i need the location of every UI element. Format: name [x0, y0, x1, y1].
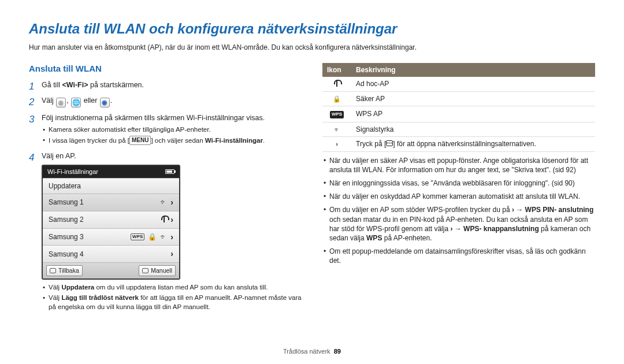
wifi-settings-panel: Wi-Fi-inställningar Uppdatera Samsung 1 … — [42, 165, 180, 280]
wifi-manual-button[interactable]: Manuell — [139, 265, 176, 276]
table-row: 🔒 Säker AP — [322, 91, 595, 106]
target-icon: ◎ — [56, 98, 66, 107]
table-row: › Tryck på [] för att öppna nätverksinst… — [322, 137, 595, 151]
step-text: Gå till — [42, 81, 62, 89]
battery-icon — [165, 169, 174, 174]
step-3-sublist: Kamera söker automatiskt efter tillgängl… — [42, 125, 302, 146]
back-btn-icon — [50, 268, 56, 273]
tip-item: Välj Lägg till trådlöst nätverk för att … — [42, 294, 302, 311]
wifi-ap-row[interactable]: Samsung 4 › — [43, 245, 179, 262]
settings-chip-icon — [386, 140, 393, 146]
intro-text: Hur man ansluter via en åtkomstpunkt (AP… — [29, 43, 595, 52]
footer-label: Trådlösa nätverk — [283, 348, 330, 355]
wps-icon: WPS — [131, 233, 144, 241]
sub-item: Kamera söker automatiskt efter tillgängl… — [42, 125, 302, 135]
wifi-ap-name: Samsung 3 — [49, 232, 84, 242]
wifi-ap-row[interactable]: Samsung 3 WPS🔒ᯤ› — [43, 228, 179, 246]
adhoc-icon — [332, 79, 341, 88]
step-3: 3 Följ instruktionerna på skärmen tills … — [29, 113, 302, 146]
step-1: 1 Gå till <Wi-Fi> på startskärmen. — [29, 80, 302, 90]
table-desc: Tryck på [] för att öppna nätverksinstäl… — [351, 137, 595, 151]
wifi-panel-footer: Tillbaka Manuell — [43, 262, 179, 278]
lock-icon: 🔒 — [332, 94, 341, 103]
two-column-layout: Ansluta till WLAN 1 Gå till <Wi-Fi> på s… — [29, 63, 595, 317]
wifi-ap-row[interactable]: Samsung 1 ᯤ› — [43, 194, 179, 211]
wifi-ap-name: Samsung 2 — [49, 215, 84, 224]
step-text: Välj en AP. — [42, 152, 76, 160]
page-footer: Trådlösa nätverk 89 — [0, 347, 624, 356]
page-number: 89 — [334, 348, 341, 355]
chevron-right-icon: › — [170, 197, 173, 208]
note-item: Om ett popup-meddelande om datainsamling… — [322, 247, 595, 265]
lock-icon: 🔒 — [148, 232, 157, 242]
globe-alt-icon: ◉ — [100, 98, 110, 107]
globe-icon: 🌐 — [71, 98, 81, 107]
manual-btn-icon — [142, 268, 148, 273]
step-text: , — [66, 96, 70, 105]
step-list: 1 Gå till <Wi-Fi> på startskärmen. 2 Väl… — [29, 80, 302, 311]
step-bold: <Wi-Fi> — [62, 81, 88, 89]
wifi-panel-title: Wi-Fi-inställningar — [47, 168, 98, 176]
menu-button-label: MENU — [129, 136, 151, 145]
table-desc: Ad hoc-AP — [351, 77, 595, 92]
right-notes-list: När du väljer en säker AP visas ett popu… — [322, 156, 595, 266]
table-header-icon: Ikon — [322, 63, 351, 77]
wifi-signal-icon: ᯤ — [160, 232, 167, 242]
step-4-tips: Välj Uppdatera om du vill uppdatera list… — [42, 283, 302, 312]
adhoc-icon — [161, 217, 167, 222]
note-item: När en inloggningssida visas, se "Använd… — [322, 179, 595, 188]
note-item: När du väljer en säker AP visas ett popu… — [322, 156, 595, 174]
tip-item: Välj Uppdatera om du vill uppdatera list… — [42, 283, 302, 292]
table-desc: Säker AP — [351, 91, 595, 106]
step-text: på startskärmen. — [88, 81, 144, 89]
wifi-signal-icon: ᯤ — [332, 125, 341, 134]
step-2: 2 Välj ◎, 🌐 eller ◉. — [29, 96, 302, 107]
section-heading: Ansluta till WLAN — [29, 63, 302, 75]
left-column: Ansluta till WLAN 1 Gå till <Wi-Fi> på s… — [29, 63, 302, 317]
table-row: Ad hoc-AP — [322, 77, 595, 92]
icon-description-table: Ikon Beskrivning Ad hoc-AP 🔒 Säker AP WP… — [322, 63, 595, 152]
step-text: . — [110, 96, 112, 105]
wifi-ap-name: Samsung 4 — [49, 250, 84, 259]
note-item: Om du väljer en AP som stöder WPS-profil… — [322, 205, 595, 243]
table-row: WPS WPS AP — [322, 106, 595, 122]
chevron-right-icon: › — [332, 140, 341, 149]
chevron-right-icon: › — [170, 214, 173, 225]
note-item: När du väljer en oskyddad AP kommer kame… — [322, 192, 595, 201]
chevron-right-icon: › — [170, 232, 173, 243]
wifi-ap-name: Samsung 1 — [49, 198, 84, 207]
table-header-desc: Beskrivning — [351, 63, 595, 77]
page-title: Ansluta till WLAN och konfigurera nätver… — [29, 20, 595, 38]
step-text: eller — [81, 96, 99, 105]
wifi-refresh-label: Uppdatera — [49, 181, 81, 191]
wifi-back-button[interactable]: Tillbaka — [46, 265, 83, 276]
step-text: Välj — [42, 96, 55, 105]
wifi-ap-row[interactable]: Samsung 2 › — [43, 211, 179, 228]
right-column: Ikon Beskrivning Ad hoc-AP 🔒 Säker AP WP… — [322, 63, 595, 317]
wps-icon: WPS — [332, 110, 341, 120]
table-desc: WPS AP — [351, 106, 595, 122]
sub-item: I vissa lägen trycker du på [MENU] och v… — [42, 136, 302, 146]
wifi-signal-icon: ᯤ — [160, 198, 167, 207]
chevron-right-icon: › — [170, 248, 173, 259]
wifi-refresh-row[interactable]: Uppdatera — [43, 178, 179, 194]
step-text: Följ instruktionerna på skärmen tills sk… — [42, 114, 265, 122]
table-row: ᯤ Signalstyrka — [322, 122, 595, 136]
step-4: 4 Välj en AP. Wi-Fi-inställningar Uppdat… — [29, 151, 302, 311]
wifi-panel-header: Wi-Fi-inställningar — [43, 166, 179, 178]
table-desc: Signalstyrka — [351, 122, 595, 136]
